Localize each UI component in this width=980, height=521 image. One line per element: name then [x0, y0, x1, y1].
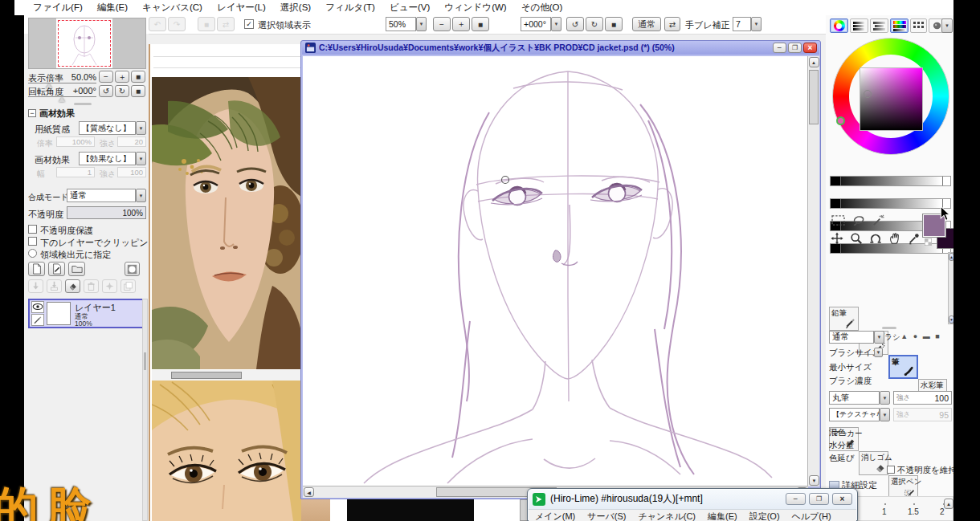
panel-splitter[interactable] [882, 327, 896, 329]
brush-shape-dropdown[interactable]: ▼ [880, 391, 890, 405]
brush-shape-strength-field[interactable]: 強さ100 [893, 391, 952, 405]
deselect-button[interactable]: ■ [198, 17, 215, 31]
irc-menu-settings[interactable]: 設定(O) [749, 511, 780, 521]
layer-list-scrollbar-thumb[interactable] [144, 352, 146, 370]
size-preset-1-5[interactable]: 1.5 [908, 507, 919, 516]
menu-edit[interactable]: 編集(E) [90, 2, 135, 14]
scroll-down-button[interactable]: ▼ [809, 475, 819, 486]
stabilizer-dropdown-button[interactable]: ▼ [751, 17, 762, 31]
menu-window[interactable]: ウィンドウ(W) [437, 2, 513, 14]
zoom-tool[interactable] [849, 231, 864, 245]
show-selection-checkbox[interactable]: ✓ [244, 19, 254, 29]
saturation-value-square[interactable] [860, 67, 923, 131]
panel-splitter[interactable] [74, 103, 92, 105]
color-panel-dropdown[interactable]: ▼ [941, 18, 953, 33]
new-linework-layer-button[interactable] [48, 262, 65, 276]
duplicate-layer-button[interactable] [120, 279, 136, 293]
scroll-left-button[interactable]: ◀ [304, 487, 314, 497]
nav-rotate-reset-button[interactable]: ■ [131, 85, 145, 97]
material-collapse-box[interactable]: − [28, 109, 36, 117]
rotate-reset-button[interactable]: ■ [605, 17, 623, 31]
vscrollbar-thumb[interactable] [809, 70, 819, 124]
eyedropper-tool[interactable] [907, 231, 921, 245]
merge-down-button[interactable] [47, 279, 62, 293]
navigator-preview[interactable] [28, 18, 146, 69]
blend-mode-dropdown[interactable]: ▼ [136, 189, 146, 202]
invert-selection-button[interactable]: ⇄ [217, 17, 235, 31]
material-effect-select[interactable]: 【効果なし】 [79, 152, 136, 165]
preset-scroll-button[interactable]: ▲ [944, 499, 953, 509]
navigator-view-rect[interactable] [58, 20, 111, 67]
stabilizer-field[interactable]: 7 [733, 17, 751, 31]
swatches-tab[interactable] [910, 18, 927, 33]
brush-edge-shape-strip[interactable]: ▲ ● ▬ ■ [890, 332, 952, 340]
preserve-opacity-checkbox[interactable] [28, 225, 37, 234]
brush-blend-mode-select[interactable]: 通常 [829, 331, 874, 344]
irc-menu-channel[interactable]: チャンネル(C) [638, 511, 696, 521]
nav-rotate-cw-button[interactable]: ↻ [115, 85, 129, 97]
blend-normal-button[interactable]: 通常 [632, 17, 661, 31]
brush-size-unit-dropdown[interactable]: ▼ [874, 348, 883, 357]
tool-pencil[interactable]: 鉛筆 [829, 307, 859, 331]
layer-opacity-slider[interactable]: 100% [67, 206, 146, 219]
selection-source-radio[interactable] [28, 249, 37, 258]
hand-tool[interactable] [888, 231, 902, 245]
canvas-titlebar[interactable]: C:¥Users¥HiroUsuda¥Documents¥work¥個人イラスト… [302, 41, 819, 55]
clear-layer-button[interactable] [65, 279, 80, 293]
irc-close-button[interactable]: × [832, 493, 852, 505]
color-slider-2[interactable] [830, 198, 951, 209]
paper-texture-select[interactable]: 【質感なし】 [79, 121, 136, 135]
zoom-in-button[interactable]: ＋ [452, 17, 470, 31]
new-folder-button[interactable] [68, 262, 85, 276]
canvas-close-button[interactable]: × [803, 43, 817, 53]
rotate-cw-button[interactable]: ↻ [586, 17, 603, 31]
blend-mode-select[interactable]: 通常 [67, 189, 136, 202]
color-slider-1[interactable] [830, 176, 951, 186]
canvas-minimize-button[interactable]: − [773, 43, 786, 53]
rotate-view-tool[interactable] [868, 231, 883, 245]
irc-window[interactable]: (Hiro-Lime) #hirousuda(19人)[+mnt] − ❐ × … [527, 488, 858, 521]
layer-visibility-toggle[interactable] [31, 301, 44, 313]
redo-button[interactable]: ↷ [168, 17, 186, 31]
irc-menu-main[interactable]: メイン(M) [535, 511, 575, 521]
photo-scrollbar-thumb[interactable] [171, 372, 242, 379]
tool-eraser[interactable]: 消しゴム [859, 451, 888, 475]
move-tool[interactable] [830, 231, 844, 245]
zoom-out-button[interactable]: − [433, 17, 451, 31]
new-layer-button[interactable] [28, 262, 45, 276]
brush-texture-select[interactable]: 【テクスチャなし】 [829, 408, 880, 421]
material-effect-dropdown[interactable]: ▼ [136, 152, 146, 165]
brush-blend-mode-dropdown[interactable]: ▼ [874, 331, 884, 344]
nav-zoom-reset-button[interactable]: ■ [131, 71, 145, 83]
menu-file[interactable]: ファイル(F) [26, 2, 90, 14]
layer-list-scrollbar[interactable] [142, 299, 148, 521]
zoom-dropdown-button[interactable]: ▼ [416, 17, 427, 31]
photo-scrollbar[interactable] [152, 370, 303, 381]
hue-cursor[interactable] [836, 116, 845, 125]
color-wheel-tab[interactable] [830, 18, 848, 33]
irc-menu-help[interactable]: ヘルプ(H) [792, 511, 831, 521]
rect-select-tool[interactable] [830, 214, 847, 226]
irc-menu-edit[interactable]: 編集(E) [708, 511, 737, 521]
menu-layer[interactable]: レイヤー(L) [210, 2, 273, 14]
menu-others[interactable]: その他(O) [514, 2, 570, 14]
menu-canvas[interactable]: キャンバス(C) [135, 2, 210, 14]
sv-cursor[interactable] [864, 90, 872, 98]
canvas-vscrollbar[interactable]: ▲ ▼ [807, 56, 819, 486]
nav-zoom-in-button[interactable]: ＋ [115, 71, 129, 83]
menu-view[interactable]: ビュー(V) [382, 2, 437, 14]
layer-paint-indicator[interactable] [31, 314, 44, 326]
menu-select[interactable]: 選択(S) [273, 2, 318, 14]
zoom-value-field[interactable]: 50% [386, 17, 416, 31]
color-mixer-tab[interactable] [890, 18, 909, 33]
nav-rotate-ccw-button[interactable]: ↺ [99, 85, 113, 97]
transfer-down-button[interactable] [28, 279, 43, 293]
brush-texture-dropdown[interactable]: ▼ [880, 408, 890, 421]
size-preset-2[interactable]: 2 [940, 507, 945, 516]
nav-rotation-slider-handle[interactable] [59, 97, 65, 102]
canvas-area[interactable] [303, 56, 808, 486]
menu-filter[interactable]: フィルタ(T) [318, 2, 382, 14]
undo-button[interactable]: ↶ [149, 17, 166, 31]
nav-zoom-slider[interactable] [28, 83, 96, 83]
keep-opacity-checkbox[interactable] [887, 466, 895, 474]
